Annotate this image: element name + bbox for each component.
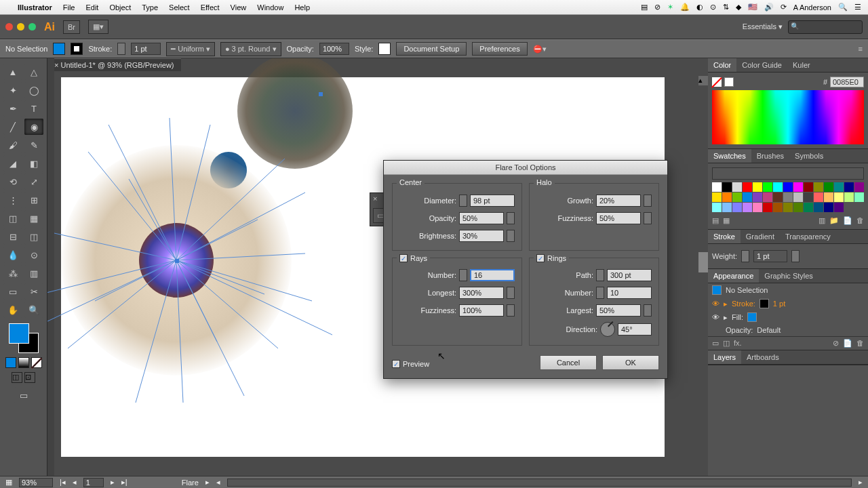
preferences-button[interactable]: Preferences: [472, 42, 527, 56]
swatch[interactable]: [834, 203, 844, 212]
largest-input[interactable]: [596, 304, 641, 317]
swatch[interactable]: [854, 192, 864, 202]
rings-number-stepper[interactable]: [596, 287, 604, 299]
eyedropper-tool[interactable]: 💧: [3, 247, 22, 263]
new-swatch-icon[interactable]: 📄: [843, 216, 852, 225]
tab-gradient[interactable]: Gradient: [741, 230, 780, 243]
flare-tool[interactable]: ◉: [24, 119, 43, 135]
tab-symbols[interactable]: Symbols: [789, 149, 829, 163]
swatch-kind-icon[interactable]: ▦: [723, 216, 730, 225]
swatch[interactable]: [753, 192, 762, 202]
swatch[interactable]: [844, 182, 854, 192]
blob-brush-tool[interactable]: ◢: [3, 155, 22, 171]
clear-icon[interactable]: ⊘: [833, 339, 839, 348]
line-tool[interactable]: ╱: [3, 119, 22, 135]
nav-prev-icon[interactable]: ◂: [73, 478, 77, 487]
swatch-options-icon[interactable]: ▥: [818, 216, 825, 225]
nav-last-icon[interactable]: ▸|: [121, 478, 127, 487]
swatch[interactable]: [854, 182, 864, 192]
tab-graphic-styles[interactable]: Graphic Styles: [759, 269, 818, 283]
graphic-style-swatch[interactable]: [378, 43, 391, 55]
swatch-grid[interactable]: [712, 182, 864, 212]
rings-checkbox[interactable]: ✓: [536, 254, 545, 262]
menu-object[interactable]: Object: [109, 3, 131, 12]
status-icon[interactable]: ▤: [641, 3, 648, 12]
swatch[interactable]: [824, 203, 833, 212]
fx-icon[interactable]: fx.: [734, 339, 742, 348]
stroke-stepper[interactable]: [117, 43, 125, 55]
add-stroke-icon[interactable]: ▭: [712, 339, 719, 348]
swatch[interactable]: [763, 203, 772, 212]
path-input[interactable]: [607, 269, 652, 281]
weight-stepper[interactable]: [741, 250, 749, 262]
blend-tool[interactable]: ⊙: [24, 247, 43, 263]
type-tool[interactable]: T: [24, 100, 43, 117]
graph-tool[interactable]: ▥: [24, 265, 43, 281]
swatch[interactable]: [753, 182, 762, 192]
swatch[interactable]: [712, 203, 722, 212]
swatch-search-input[interactable]: [712, 167, 864, 180]
swatch[interactable]: [804, 203, 813, 212]
swatch[interactable]: [722, 182, 732, 192]
control-menu-icon[interactable]: ≡: [859, 45, 863, 53]
swatch[interactable]: [844, 192, 854, 202]
tab-stroke[interactable]: Stroke: [708, 230, 741, 243]
nav-first-icon[interactable]: |◂: [60, 478, 66, 487]
hand-tool[interactable]: ✋: [3, 302, 22, 318]
gradient-tool[interactable]: ◫: [24, 228, 43, 245]
menu-view[interactable]: View: [231, 3, 247, 12]
volume-icon[interactable]: 🔊: [764, 3, 774, 12]
tab-swatches[interactable]: Swatches: [708, 149, 751, 163]
fill-swatch[interactable]: [53, 43, 65, 55]
swatch[interactable]: [732, 192, 742, 202]
longest-drop[interactable]: [507, 287, 515, 299]
swatch[interactable]: [722, 192, 732, 202]
swatch[interactable]: [763, 182, 772, 192]
free-transform-tool[interactable]: ⊞: [24, 192, 43, 208]
scale-tool[interactable]: ⤢: [24, 174, 43, 190]
tab-transparency[interactable]: Transparency: [780, 230, 836, 243]
spotlight-icon[interactable]: 🔍: [838, 3, 848, 12]
zoom-tool[interactable]: 🔍: [24, 302, 43, 318]
ok-button[interactable]: OK: [602, 355, 659, 370]
workspace-switcher[interactable]: Essentials ▾: [743, 22, 783, 31]
tab-layers[interactable]: Layers: [708, 350, 741, 364]
stroke-style-select[interactable]: ━ Uniform ▾: [166, 42, 215, 56]
swatch[interactable]: [814, 192, 823, 202]
halo-fuzz-drop[interactable]: [644, 212, 652, 224]
tab-color[interactable]: Color: [708, 58, 736, 72]
swatch[interactable]: [793, 203, 803, 212]
swatch[interactable]: [712, 182, 722, 192]
add-fill-icon[interactable]: ◫: [723, 339, 730, 348]
swatch[interactable]: [783, 182, 793, 192]
diameter-input[interactable]: [470, 195, 515, 207]
swatch[interactable]: [773, 182, 783, 192]
status-icon[interactable]: ⊙: [710, 3, 716, 12]
halo-fuzziness-input[interactable]: [596, 212, 641, 224]
scroll-left-icon[interactable]: ◂: [216, 478, 220, 487]
color-mode-buttons[interactable]: [5, 357, 42, 368]
scroll-right-icon[interactable]: ▸: [859, 478, 863, 487]
swatch[interactable]: [753, 203, 762, 212]
bridge-button[interactable]: Br: [63, 20, 80, 34]
pencil-tool[interactable]: ✎: [24, 137, 43, 153]
swatch[interactable]: [743, 192, 752, 202]
swatch[interactable]: [793, 192, 803, 202]
tab-appearance[interactable]: Appearance: [708, 269, 759, 283]
eraser-tool[interactable]: ◧: [24, 155, 43, 171]
swatch[interactable]: [773, 192, 783, 202]
tool-status-drop[interactable]: ▸: [205, 478, 210, 487]
brightness-drop[interactable]: [507, 230, 515, 242]
preview-checkbox[interactable]: ✓: [392, 360, 400, 368]
growth-input[interactable]: [596, 195, 641, 207]
flag-icon[interactable]: 🇺🇸: [748, 3, 757, 12]
swatch[interactable]: [814, 203, 823, 212]
opacity-input[interactable]: [319, 43, 349, 55]
direction-dial[interactable]: [600, 322, 615, 337]
stroke-weight-input[interactable]: [131, 43, 161, 55]
mesh-tool[interactable]: ⊟: [3, 228, 22, 245]
status-icon[interactable]: ◐: [696, 3, 703, 12]
swatch[interactable]: [743, 203, 752, 212]
status-icon[interactable]: ◆: [736, 3, 741, 12]
swatch[interactable]: [834, 192, 844, 202]
